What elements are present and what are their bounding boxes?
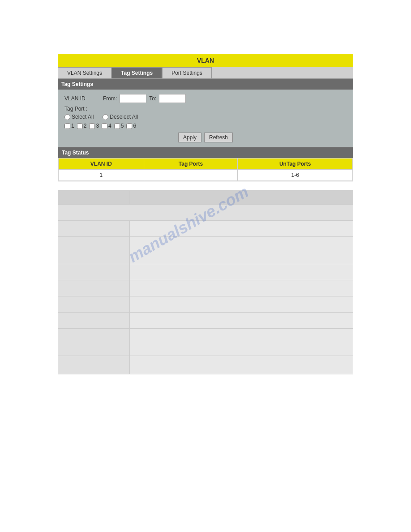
from-label: From: [103, 95, 117, 102]
status-table-header-row: VLAN ID Tag Ports UnTag Ports [59, 159, 353, 170]
tab-port-settings[interactable]: Port Settings [162, 67, 212, 78]
lower-cell-left-3 [58, 237, 130, 264]
port-5-label: 5 [121, 123, 124, 129]
lower-cell-left-8 [58, 329, 130, 356]
port-3-checkbox-label[interactable]: 3 [89, 123, 99, 129]
vlan-id-row: VLAN ID From: To: [64, 94, 347, 103]
lower-cell-left-6 [58, 296, 130, 312]
lower-header-left [58, 191, 130, 204]
port-4-checkbox[interactable] [102, 123, 107, 129]
apply-button[interactable]: Apply [178, 133, 201, 142]
lower-grid [58, 190, 353, 374]
col-vlan-id: VLAN ID [59, 159, 144, 170]
col-tag-ports: Tag Ports [144, 159, 238, 170]
tag-status-section-header: Tag Status [58, 147, 353, 158]
select-all-radio-input[interactable] [64, 114, 70, 120]
lower-grid-row-9 [58, 356, 353, 374]
cell-untag-ports: 1-6 [238, 170, 353, 181]
tag-settings-section-header: Tag Settings [58, 79, 353, 90]
port-6-label: 6 [133, 123, 136, 129]
lower-grid-header-row [58, 191, 353, 205]
port-5-checkbox[interactable] [114, 123, 120, 129]
refresh-button[interactable]: Refresh [204, 133, 233, 142]
port-4-checkbox-label[interactable]: 4 [102, 123, 111, 129]
to-label: To: [149, 95, 156, 102]
lower-grid-row-2 [58, 221, 353, 237]
tab-tag-settings[interactable]: Tag Settings [111, 67, 162, 78]
port-1-checkbox-label[interactable]: 1 [64, 123, 74, 129]
cell-tag-ports [144, 170, 238, 181]
select-all-label: Select All [72, 114, 94, 120]
lower-cell-right-3 [130, 237, 353, 264]
deselect-all-radio-input[interactable] [103, 114, 108, 120]
lower-cell-right-7 [130, 313, 353, 328]
vlan-title-bar: VLAN [58, 54, 353, 67]
port-checkbox-row: 1 2 3 4 5 [64, 123, 347, 129]
lower-cell-right-6 [130, 296, 353, 312]
tag-status-table: VLAN ID Tag Ports UnTag Ports 1 1-6 [58, 158, 353, 181]
lower-full-cell-1 [58, 205, 353, 220]
lower-grid-row-8 [58, 329, 353, 356]
lower-grid-row-3 [58, 237, 353, 264]
lower-cell-left-4 [58, 264, 130, 280]
tag-status-section: Tag Status VLAN ID Tag Ports UnTag Ports… [58, 147, 353, 181]
lower-grid-row-full-1 [58, 205, 353, 221]
port-2-checkbox[interactable] [77, 123, 83, 129]
lower-grid-row-5 [58, 280, 353, 296]
lower-grid-row-6 [58, 296, 353, 313]
lower-cell-right-5 [130, 280, 353, 296]
cell-vlan-id: 1 [59, 170, 144, 181]
tag-port-label: Tag Port : [64, 106, 347, 112]
port-6-checkbox[interactable] [126, 123, 132, 129]
select-all-radio[interactable]: Select All [64, 114, 94, 120]
port-6-checkbox-label[interactable]: 6 [126, 123, 136, 129]
lower-cell-left-9 [58, 356, 130, 374]
lower-cell-left-2 [58, 221, 130, 236]
deselect-all-radio[interactable]: Deselect All [103, 114, 138, 120]
port-1-label: 1 [71, 123, 74, 129]
port-4-label: 4 [108, 123, 111, 129]
action-button-row: Apply Refresh [64, 133, 347, 142]
port-3-label: 3 [96, 123, 99, 129]
tab-vlan-settings[interactable]: VLAN Settings [58, 67, 111, 78]
lower-cell-right-4 [130, 264, 353, 280]
vlan-id-to-input[interactable] [159, 94, 186, 103]
lower-cell-right-8 [130, 329, 353, 356]
lower-cell-left-7 [58, 313, 130, 328]
lower-header-right [130, 191, 353, 204]
lower-grid-row-4 [58, 264, 353, 280]
vlan-id-label: VLAN ID [64, 95, 100, 102]
vlan-id-from-input[interactable] [120, 94, 146, 103]
lower-cell-right-2 [130, 221, 353, 236]
tab-row: VLAN Settings Tag Settings Port Settings [58, 67, 353, 79]
col-untag-ports: UnTag Ports [238, 159, 353, 170]
table-row: 1 1-6 [59, 170, 353, 181]
lower-cell-left-5 [58, 280, 130, 296]
port-5-checkbox-label[interactable]: 5 [114, 123, 124, 129]
tag-settings-content: VLAN ID From: To: Tag Port : Select All … [58, 90, 353, 147]
lower-cell-right-9 [130, 356, 353, 374]
port-2-label: 2 [84, 123, 87, 129]
port-3-checkbox[interactable] [89, 123, 95, 129]
port-2-checkbox-label[interactable]: 2 [77, 123, 87, 129]
select-deselect-row: Select All Deselect All [64, 114, 347, 120]
lower-grid-row-7 [58, 313, 353, 329]
deselect-all-label: Deselect All [110, 114, 138, 120]
port-1-checkbox[interactable] [64, 123, 70, 129]
